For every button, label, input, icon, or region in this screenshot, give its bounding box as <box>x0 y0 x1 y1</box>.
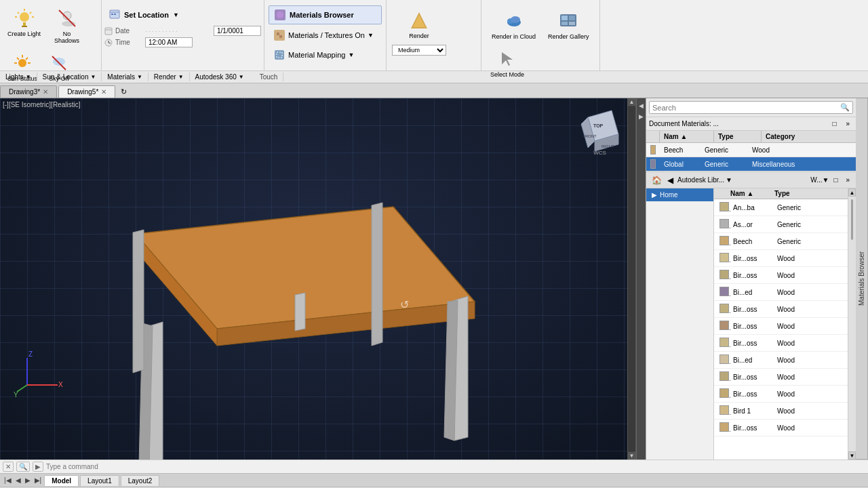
layout-nav-first[interactable]: |◀ <box>3 476 13 485</box>
time-input[interactable] <box>145 37 193 47</box>
panel-control-strip: ◀ ▶ <box>636 98 646 460</box>
lib-item-6[interactable]: Bir...oss Wood <box>714 301 848 318</box>
svg-rect-43 <box>569 22 575 25</box>
tab-drawing3-close[interactable]: ✕ <box>43 88 48 96</box>
th-type[interactable]: Type <box>714 131 762 142</box>
lib-item-13-type: Wood <box>774 423 845 433</box>
tab-drawing5[interactable]: Drawing5* ✕ <box>58 85 115 98</box>
lib-path: Autodesk Libr... ▼ <box>677 176 809 184</box>
doc-more-btn[interactable]: » <box>842 119 853 129</box>
svg-marker-54 <box>295 293 305 331</box>
lib-scroll-up[interactable]: ▲ <box>848 188 856 197</box>
ribbon-lights[interactable]: Lights ▼ <box>0 73 37 81</box>
no-shadows-label: No Shadows <box>53 30 81 44</box>
tab-drawing5-close[interactable]: ✕ <box>101 88 106 96</box>
lib-item-13[interactable]: Bir...oss Wood <box>714 420 848 436</box>
viewport[interactable]: [-][SE Isometric][Realistic] ↺ <box>0 98 636 460</box>
cmd-close-icon[interactable]: ✕ <box>3 462 14 472</box>
lib-scrollbar[interactable]: ▲ ▼ <box>848 188 856 460</box>
th-name[interactable]: Nam ▲ <box>660 131 714 142</box>
layout-nav-last[interactable]: ▶| <box>33 476 43 485</box>
date-input[interactable] <box>214 26 261 36</box>
materials-browser-button[interactable]: Materials Browser <box>269 5 382 24</box>
ribbon-lights-label: Lights <box>5 73 24 81</box>
lib-item-7-name: Bir...oss <box>730 321 774 331</box>
doc-expand-btn[interactable]: □ <box>829 119 840 129</box>
lib-tree-home[interactable]: ▶ Home <box>646 188 713 201</box>
th-category[interactable]: Category <box>762 131 856 142</box>
lib-item-7[interactable]: Bir...oss Wood <box>714 318 848 335</box>
cmd-search-icon[interactable]: 🔍 <box>16 462 30 472</box>
materials-textures-button[interactable]: Materials / Textures On ▼ <box>269 26 382 44</box>
lib-th-type[interactable]: Type <box>772 188 848 199</box>
lib-item-5[interactable]: Bi...ed Wood <box>714 284 848 301</box>
layout-tab-model[interactable]: Model <box>44 475 79 486</box>
lib-item-10[interactable]: Bir...oss Wood <box>714 369 848 386</box>
lib-back-btn[interactable]: ◀ <box>665 174 676 186</box>
render-gallery-button[interactable]: Render Gallery <box>543 7 594 43</box>
lib-item-3[interactable]: Bir...oss Wood <box>714 250 848 267</box>
material-mapping-button[interactable]: Material Mapping ▼ <box>269 46 382 64</box>
svg-rect-40 <box>561 16 568 20</box>
coord-axes: Z X Y <box>14 351 68 399</box>
ribbon-sun-location-arrow: ▼ <box>90 74 96 80</box>
panel-collapse-btn[interactable]: ◀ <box>637 101 645 110</box>
scroll-up[interactable]: ▲ <box>628 98 635 106</box>
lib-item-12[interactable]: Bird 1 Wood <box>714 403 848 420</box>
tab-drawing3[interactable]: Drawing3* ✕ <box>0 85 57 98</box>
render-icon <box>408 9 430 31</box>
no-shadows-button[interactable]: No Shadows <box>48 4 85 47</box>
lib-th-name[interactable]: Nam ▲ <box>728 188 772 199</box>
search-input[interactable] <box>650 102 837 113</box>
render-button[interactable]: Render <box>402 4 436 45</box>
search-icon[interactable]: 🔍 <box>837 102 852 113</box>
create-light-button[interactable]: Create Light <box>3 4 45 41</box>
view-cube[interactable]: TOP FRONT RIGHT WCS <box>574 104 625 155</box>
layout-tab-layout1[interactable]: Layout1 <box>80 475 119 486</box>
lib-more-btn[interactable]: » <box>842 175 853 185</box>
command-input[interactable] <box>46 463 865 470</box>
home-label: Home <box>660 191 678 199</box>
ribbon-materials[interactable]: Materials ▼ <box>102 73 149 81</box>
main-toolbar: Create Light No Shadows Sun Status Sk <box>0 0 868 71</box>
lib-item-0[interactable]: An...ba Generic <box>714 199 848 216</box>
lib-scroll-thumb[interactable] <box>851 199 853 240</box>
global-swatch-cell <box>646 157 660 171</box>
lib-view-btn[interactable]: □ <box>830 175 841 185</box>
lib-item-6-name: Bir...oss <box>730 304 774 314</box>
ribbon-materials-arrow: ▼ <box>137 74 142 80</box>
layout-nav-prev[interactable]: ◀ <box>14 476 22 485</box>
svg-text:X: X <box>58 381 63 388</box>
lib-item-1[interactable]: As...or Generic <box>714 216 848 233</box>
lib-item-9[interactable]: Bi...ed Wood <box>714 352 848 369</box>
ribbon-render[interactable]: Render ▼ <box>149 73 190 81</box>
lib-item-4[interactable]: Bir...oss Wood <box>714 267 848 284</box>
lib-item-2[interactable]: Beech Generic <box>714 233 848 250</box>
layout-tab-layout2[interactable]: Layout2 <box>121 475 160 486</box>
cmd-action-icon[interactable]: ▶ <box>33 462 43 472</box>
sun-status-icon <box>12 52 33 74</box>
quality-select[interactable]: Medium <box>392 45 446 56</box>
lib-scroll-down[interactable]: ▼ <box>848 451 856 460</box>
viewport-scrollbar[interactable]: ▲ ▼ <box>627 98 635 460</box>
set-location-button[interactable]: Set Location ▼ <box>104 7 261 23</box>
doc-material-row-beech[interactable]: Beech Generic Wood <box>646 143 856 157</box>
svg-rect-32 <box>279 35 282 38</box>
render-cloud-button[interactable]: Render in Cloud <box>487 7 540 43</box>
scroll-down[interactable]: ▼ <box>628 451 635 460</box>
lib-home-btn[interactable]: 🏠 <box>649 174 665 186</box>
panel-expand-btn[interactable]: ▶ <box>637 112 645 121</box>
select-mode-button[interactable]: Select Mode <box>487 46 528 81</box>
layout-nav-next[interactable]: ▶ <box>24 476 32 485</box>
lib-browser-toolbar: 🏠 ◀ Autodesk Libr... ▼ W... ▼ □ » <box>646 172 856 188</box>
search-container: 🔍 <box>649 101 853 114</box>
ribbon-sun-location[interactable]: Sun & Location ▼ <box>37 73 102 81</box>
svg-rect-23 <box>105 28 112 35</box>
lib-item-8[interactable]: Bir...oss Wood <box>714 335 848 352</box>
materials-browser-side-label[interactable]: Materials Browser <box>856 98 868 460</box>
ribbon-autodesk360[interactable]: Autodesk 360 ▼ Touch <box>190 73 284 81</box>
doc-material-row-global[interactable]: Global Generic Miscellaneous <box>646 157 856 171</box>
set-location-label: Set Location <box>124 11 169 19</box>
lib-item-11[interactable]: Bir...oss Wood <box>714 386 848 403</box>
refresh-button[interactable]: ↻ <box>117 86 131 98</box>
